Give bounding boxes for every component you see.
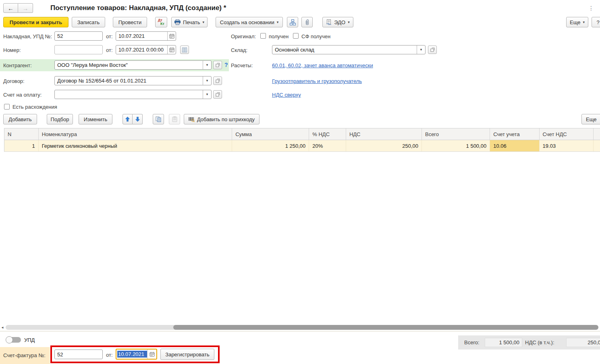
cell-vat[interactable]: 250,00 xyxy=(346,140,422,151)
paste-rows-button[interactable] xyxy=(169,114,180,124)
col-header-vat-rate[interactable]: % НДС xyxy=(309,128,346,140)
calendar-icon[interactable] xyxy=(167,46,176,54)
add-row-button[interactable]: Добавить xyxy=(3,114,37,124)
move-up-button[interactable] xyxy=(122,114,133,124)
structure-icon xyxy=(290,19,296,25)
add-by-barcode-button[interactable]: Добавить по штрихкоду xyxy=(184,114,260,124)
cell-account-selected[interactable]: 10.06 xyxy=(490,140,539,151)
cell-vat-rate[interactable]: 20% xyxy=(309,140,346,151)
save-button[interactable]: Записать xyxy=(72,17,105,27)
cell-sum[interactable]: 1 250,00 xyxy=(232,140,309,151)
post-button[interactable]: Провести xyxy=(113,17,147,27)
pick-button[interactable]: Подбор xyxy=(47,114,73,124)
discrepancies-label: Есть расхождения xyxy=(12,104,57,110)
col-header-account[interactable]: Счет учета xyxy=(490,128,539,140)
col-header-vat[interactable]: НДС xyxy=(346,128,422,140)
contract-open-button[interactable] xyxy=(213,77,222,85)
create-based-on-button[interactable]: Создать на основании ▾ xyxy=(216,17,283,27)
document-list-button[interactable] xyxy=(180,46,189,54)
settlements-link[interactable]: 60.01, 60.02, зачет аванса автоматически xyxy=(272,62,373,68)
horizontal-scrollbar-track[interactable] xyxy=(6,325,598,330)
edit-button[interactable]: Изменить xyxy=(79,114,112,124)
post-and-close-button[interactable]: Провести и закрыть xyxy=(3,17,69,27)
chevron-down-icon[interactable]: ▾ xyxy=(417,46,425,54)
invoice-no-label: Накладная, УПД №: xyxy=(3,33,52,39)
scroll-left-icon[interactable]: ◄ xyxy=(1,325,5,330)
help-button[interactable]: ? xyxy=(592,17,600,27)
col-header-n[interactable]: N xyxy=(4,128,39,140)
invoice-date-field[interactable]: 10.07.2021 xyxy=(116,31,176,41)
number-input[interactable] xyxy=(57,47,100,53)
upd-toggle[interactable] xyxy=(6,336,21,343)
col-header-vat-account[interactable]: Счет НДС xyxy=(540,128,594,140)
consignor-link[interactable]: Грузоотправитель и грузополучатель xyxy=(272,78,362,84)
attachments-button[interactable] xyxy=(301,17,313,27)
sf-received-checkbox[interactable] xyxy=(293,33,299,39)
copy-rows-button[interactable] xyxy=(153,114,164,124)
discrepancies-checkbox[interactable] xyxy=(4,104,10,110)
doc-date-value[interactable]: 10.07.2021 0:00:00 xyxy=(116,47,167,53)
calendar-icon[interactable] xyxy=(167,32,176,40)
original-received-checkbox[interactable] xyxy=(260,33,266,39)
invoice-no-field[interactable] xyxy=(54,31,103,41)
contract-field[interactable]: Договор № 152/654-65 от 01.01.2021 ▾ xyxy=(54,76,212,85)
print-button[interactable]: Печать ▾ xyxy=(171,17,208,27)
chevron-down-icon[interactable]: ▾ xyxy=(203,90,211,99)
cell-total[interactable]: 1 500,00 xyxy=(422,140,490,151)
invoice-date-value[interactable]: 10.07.2021 xyxy=(116,33,167,39)
payment-invoice-label: Счет на оплату: xyxy=(3,92,42,98)
contract-label: Договор: xyxy=(3,78,25,84)
toggle-knob[interactable] xyxy=(6,336,13,343)
counterparty-open-button[interactable] xyxy=(213,61,222,69)
vat-mode-link[interactable]: НДС сверху xyxy=(272,92,301,98)
invoice-label: Счет-фактура №: xyxy=(3,352,46,358)
invoice-date-selected-text[interactable]: 10.07.2021 xyxy=(117,351,147,358)
counterparty-label: Контрагент: xyxy=(3,62,32,68)
edo-button[interactable]: ЭДО ▾ xyxy=(322,17,353,27)
col-header-sum[interactable]: Сумма xyxy=(232,128,309,140)
number-field[interactable] xyxy=(54,45,103,54)
contract-value[interactable]: Договор № 152/654-65 от 01.01.2021 xyxy=(55,78,203,84)
more-button-table[interactable]: Еще xyxy=(581,114,600,124)
col-header-filler xyxy=(594,128,600,140)
totals-panel: Всего: 1 500,00 НДС (в т.ч.): 250,00 xyxy=(458,335,600,350)
invoice-date-field-footer[interactable]: 10.07.2021 xyxy=(116,349,157,360)
document-window: ← → Поступление товаров: Накладная, УПД … xyxy=(0,0,600,364)
col-header-total[interactable]: Всего xyxy=(422,128,490,140)
payment-invoice-field[interactable]: ▾ xyxy=(54,90,212,99)
calendar-icon[interactable] xyxy=(147,350,156,359)
chevron-down-icon[interactable]: ▾ xyxy=(203,77,211,85)
more-button-top[interactable]: Еще ▾ xyxy=(566,17,588,27)
structure-button[interactable] xyxy=(287,17,298,27)
payment-invoice-open-button[interactable] xyxy=(213,90,222,99)
col-header-nomenclature[interactable]: Номенклатура xyxy=(39,128,233,140)
invoice-number-input[interactable] xyxy=(57,352,100,358)
counterparty-field[interactable]: ООО "Леруа Мерлен Восток" ▾ xyxy=(54,60,212,70)
cell-n[interactable]: 1 xyxy=(4,140,39,151)
cell-vat-account[interactable]: 19.03 xyxy=(540,140,594,151)
window-menu-icon[interactable]: ⋮ xyxy=(588,5,594,11)
warehouse-value[interactable]: Основной склад xyxy=(272,47,417,53)
dt-kt-button[interactable]: Дт Кт xyxy=(155,17,167,27)
register-button[interactable]: Зарегистрировать xyxy=(160,349,214,360)
horizontal-scrollbar-thumb[interactable] xyxy=(173,325,598,330)
add-row-label: Добавить xyxy=(8,116,31,122)
warehouse-field[interactable]: Основной склад ▾ xyxy=(272,45,426,54)
forward-button[interactable]: → xyxy=(18,3,33,13)
barcode-icon xyxy=(189,117,195,122)
divider xyxy=(0,331,600,331)
original-label: Оригинал: xyxy=(231,33,256,39)
vat-total-label: НДС (в т.ч.): xyxy=(525,339,554,345)
warehouse-open-button[interactable] xyxy=(428,46,437,54)
chevron-down-icon[interactable]: ▾ xyxy=(203,61,211,69)
cell-filler xyxy=(594,140,600,151)
doc-date-field[interactable]: 10.07.2021 0:00:00 xyxy=(116,45,176,54)
back-button[interactable]: ← xyxy=(3,3,18,13)
invoice-number-field[interactable] xyxy=(54,350,103,359)
invoice-no-input[interactable] xyxy=(57,33,100,39)
move-down-button[interactable] xyxy=(133,114,143,124)
counterparty-value[interactable]: ООО "Леруа Мерлен Восток" xyxy=(55,62,203,68)
cell-nomenclature[interactable]: Герметик силиконовый черный xyxy=(39,140,233,151)
counterparty-help-link[interactable]: ? xyxy=(224,62,228,68)
table-row[interactable]: 1 Герметик силиконовый черный 1 250,00 2… xyxy=(4,140,600,152)
